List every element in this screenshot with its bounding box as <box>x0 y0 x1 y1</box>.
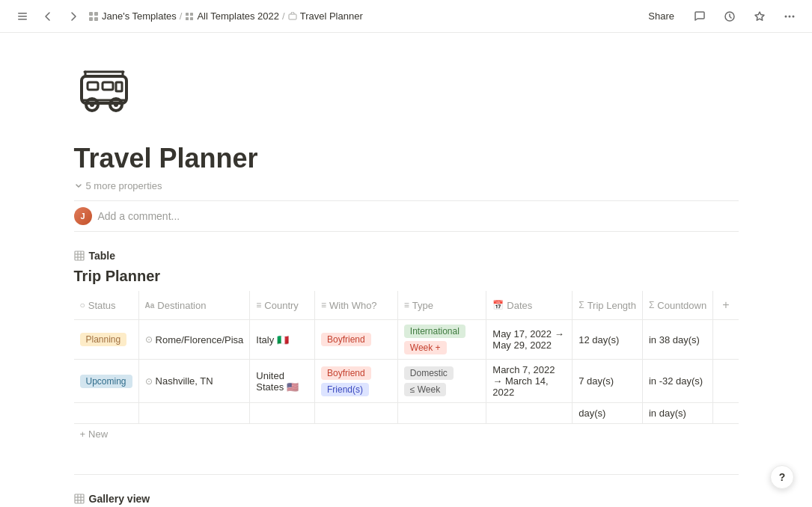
type-badge: Domestic <box>404 366 454 380</box>
svg-point-14 <box>789 15 791 17</box>
country-col-icon: ≡ <box>256 300 261 310</box>
cell-empty-0 <box>713 320 739 360</box>
cell-trip-length-0[interactable]: 12 day(s) <box>573 320 643 360</box>
cell-destination-0[interactable]: ⊙Rome/Florence/Pisa <box>138 320 250 360</box>
history-button[interactable] <box>719 6 740 27</box>
add-column-button[interactable]: + <box>719 295 732 315</box>
properties-row[interactable]: 5 more properties <box>74 180 739 191</box>
cell-type-2[interactable] <box>397 403 486 424</box>
cell-countdown-0[interactable]: in 38 day(s) <box>642 320 712 360</box>
help-button[interactable]: ? <box>770 465 794 489</box>
menu-button[interactable] <box>12 6 33 27</box>
svg-rect-1 <box>18 16 27 17</box>
table-row[interactable]: Planning⊙Rome/Florence/PisaItaly 🇮🇹Boyfr… <box>74 320 739 360</box>
countdown-col-icon: Σ <box>649 300 654 310</box>
gallery-section: Gallery view Places I Want to Go || Thin… <box>74 493 739 507</box>
destination-text: Rome/Florence/Pisa <box>156 334 244 345</box>
table-row[interactable]: Upcoming⊙Nashville, TNUnited States 🇺🇸Bo… <box>74 360 739 403</box>
cell-status-1[interactable]: Upcoming <box>74 360 139 403</box>
col-label-type: Type <box>412 300 433 311</box>
svg-rect-19 <box>116 82 122 91</box>
favorite-button[interactable] <box>749 6 770 27</box>
svg-rect-33 <box>75 494 84 503</box>
type-badges: Domestic≤ Week <box>404 366 480 396</box>
share-button[interactable]: Share <box>642 7 680 25</box>
cell-countdown-2[interactable]: in day(s) <box>642 403 712 424</box>
table-section-header[interactable]: Table <box>74 250 739 262</box>
cell-trip-length-2[interactable]: day(s) <box>573 403 643 424</box>
svg-rect-17 <box>88 82 98 90</box>
new-row-button[interactable]: + New <box>74 424 739 444</box>
col-label-destination: Destination <box>157 300 206 311</box>
table-section-label: Table <box>89 250 116 262</box>
table-icon <box>74 251 85 261</box>
col-header-destination[interactable]: Aa Destination <box>138 291 250 320</box>
col-label-status: Status <box>88 300 116 311</box>
svg-rect-3 <box>89 12 93 16</box>
col-header-countdown[interactable]: Σ Countdown <box>642 291 712 320</box>
cell-empty-2 <box>713 403 739 424</box>
trip-planner-title: Trip Planner <box>74 268 739 285</box>
cell-destination-1[interactable]: ⊙Nashville, TN <box>138 360 250 403</box>
who-badge: Boyfriend <box>321 333 371 346</box>
breadcrumb-sep-2: / <box>282 10 285 22</box>
with-who-col-icon: ≡ <box>321 300 326 310</box>
star-icon <box>754 10 766 22</box>
svg-rect-7 <box>186 13 189 16</box>
comment-input[interactable]: Add a comment... <box>98 210 180 222</box>
chevron-down-icon <box>74 182 83 191</box>
col-header-status[interactable]: ○ Status <box>74 291 139 320</box>
cell-empty-1 <box>713 360 739 403</box>
status-badge: Upcoming <box>80 375 132 388</box>
col-header-country[interactable]: ≡ Country <box>250 291 315 320</box>
svg-rect-4 <box>94 12 98 16</box>
type-badge: International <box>404 325 465 338</box>
col-header-dates[interactable]: 📅 Dates <box>486 291 573 320</box>
cell-dates-2[interactable] <box>486 403 573 424</box>
properties-label: 5 more properties <box>86 180 162 191</box>
destination-icon: ⊙ <box>145 334 153 345</box>
trip-table: ○ Status Aa Destination ≡ Country <box>74 291 739 424</box>
comment-button[interactable] <box>689 6 710 27</box>
country-cell[interactable]: Italy 🇮🇹 <box>250 320 315 360</box>
col-header-trip-length[interactable]: Σ Trip Length <box>573 291 643 320</box>
svg-rect-6 <box>94 17 98 21</box>
gallery-section-header[interactable]: Gallery view <box>74 493 739 505</box>
back-icon <box>42 10 54 22</box>
topbar: Jane's Templates / All Templates 2022 / … <box>0 0 812 33</box>
cell-type-1[interactable]: Domestic≤ Week <box>397 360 486 403</box>
page-icon[interactable] <box>74 63 739 130</box>
more-options-button[interactable] <box>779 6 800 27</box>
topbar-left: Jane's Templates / All Templates 2022 / … <box>12 6 363 27</box>
svg-rect-11 <box>289 14 296 19</box>
breadcrumb-janes-templates[interactable]: Jane's Templates <box>102 10 177 22</box>
cell-dates-0[interactable]: May 17, 2022 → May 29, 2022 <box>486 320 573 360</box>
cell-with-who-2[interactable] <box>315 403 398 424</box>
destination-icon: ⊙ <box>145 376 153 387</box>
cell-status-0[interactable]: Planning <box>74 320 139 360</box>
back-button[interactable] <box>37 6 58 27</box>
country-cell[interactable]: United States 🇺🇸 <box>250 360 315 403</box>
col-header-with-who[interactable]: ≡ With Who? <box>315 291 398 320</box>
cell-type-0[interactable]: InternationalWeek + <box>397 320 486 360</box>
svg-rect-28 <box>75 251 84 260</box>
breadcrumb-all-templates[interactable]: All Templates 2022 <box>197 10 279 22</box>
breadcrumb-travel-planner[interactable]: Travel Planner <box>300 10 363 22</box>
col-header-type[interactable]: ≡ Type <box>397 291 486 320</box>
cell-dates-1[interactable]: March 7, 2022 → March 14, 2022 <box>486 360 573 403</box>
menu-icon <box>16 10 28 22</box>
col-label-dates: Dates <box>507 300 532 311</box>
cell-destination-2[interactable] <box>138 403 250 424</box>
table-row[interactable]: day(s)in day(s) <box>74 403 739 424</box>
page-title[interactable]: Travel Planner <box>74 142 739 174</box>
status-col-icon: ○ <box>80 300 85 310</box>
forward-button[interactable] <box>63 6 84 27</box>
svg-rect-9 <box>186 17 189 20</box>
cell-status-2[interactable] <box>74 403 139 424</box>
gallery-icon <box>74 494 85 504</box>
cell-with-who-0[interactable]: Boyfriend <box>315 320 398 360</box>
cell-with-who-1[interactable]: BoyfriendFriend(s) <box>315 360 398 403</box>
cell-trip-length-1[interactable]: 7 day(s) <box>573 360 643 403</box>
cell-countdown-1[interactable]: in -32 day(s) <box>642 360 712 403</box>
country-cell[interactable] <box>250 403 315 424</box>
